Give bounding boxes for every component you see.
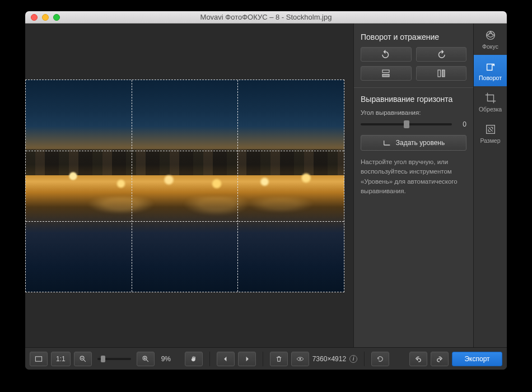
chevron-right-icon — [243, 355, 251, 363]
zoom-out-button[interactable] — [74, 352, 92, 366]
actual-size-button[interactable]: 1:1 — [51, 352, 71, 366]
set-level-button[interactable]: Задать уровень — [361, 135, 466, 151]
angle-slider[interactable] — [361, 123, 452, 125]
tool-rotate-label: Поворот — [479, 74, 502, 81]
export-label: Экспорт — [464, 355, 489, 363]
tool-rail: Фокус Поворот Обрезка Размер — [473, 24, 507, 347]
compare-button[interactable] — [291, 352, 309, 366]
export-button[interactable]: Экспорт — [452, 352, 502, 366]
zoom-in-icon — [142, 355, 150, 363]
redo-icon — [436, 355, 444, 363]
rotate-section-title: Поворот и отражение — [361, 32, 466, 41]
image-dimensions: 7360×4912 — [312, 355, 346, 363]
prev-image-button[interactable] — [217, 352, 235, 366]
zoom-out-icon — [79, 355, 87, 363]
tool-resize-label: Размер — [480, 137, 500, 144]
chevron-left-icon — [222, 355, 230, 363]
zoom-percentage: 9% — [161, 355, 178, 363]
tool-resize[interactable]: Размер — [474, 118, 507, 149]
rotate-right-button[interactable] — [416, 47, 467, 62]
svg-rect-7 — [35, 356, 41, 361]
redo-button[interactable] — [431, 352, 449, 366]
trash-icon — [275, 355, 283, 363]
window-title: Movavi ФотоФОКУС – 8 - Stockholm.jpg — [25, 13, 507, 21]
zoom-slider[interactable] — [97, 358, 131, 360]
reset-icon — [376, 355, 384, 363]
hand-icon — [190, 355, 198, 363]
zoom-slider-thumb[interactable] — [101, 356, 105, 362]
rotate-icon — [484, 60, 497, 73]
tool-focus-label: Фокус — [482, 43, 498, 50]
tool-rotate[interactable]: Поворот — [474, 55, 507, 86]
delete-button[interactable] — [270, 352, 288, 366]
crop-icon — [484, 92, 497, 104]
zoom-in-button[interactable] — [137, 352, 155, 366]
horizon-hint: Настройте угол вручную, или воспользуйте… — [361, 157, 466, 196]
svg-rect-3 — [442, 70, 445, 77]
horizon-section-title: Выравнивание горизонта — [361, 95, 466, 104]
titlebar: Movavi ФотоФОКУС – 8 - Stockholm.jpg — [25, 11, 507, 24]
photo-preview — [25, 80, 344, 292]
side-panel: Поворот и отражение Выравнивание горизон… — [353, 24, 473, 347]
angle-label: Угол выравнивания: — [361, 109, 466, 116]
rotate-right-icon — [436, 49, 446, 59]
actual-size-label: 1:1 — [56, 355, 66, 363]
pan-hand-button[interactable] — [185, 352, 203, 366]
undo-icon — [414, 355, 422, 363]
fit-screen-button[interactable] — [30, 352, 48, 366]
reset-button[interactable] — [371, 352, 389, 366]
eye-icon — [296, 355, 304, 363]
tool-focus[interactable]: Фокус — [474, 24, 507, 55]
tool-crop-label: Обрезка — [479, 106, 502, 113]
rotate-left-button[interactable] — [361, 47, 412, 62]
next-image-button[interactable] — [238, 352, 256, 366]
level-icon — [382, 138, 391, 147]
info-button[interactable]: i — [349, 355, 357, 363]
tool-crop[interactable]: Обрезка — [474, 86, 507, 118]
canvas-area[interactable] — [25, 24, 353, 347]
undo-button[interactable] — [409, 352, 427, 366]
svg-rect-2 — [438, 70, 441, 77]
fit-screen-icon — [35, 355, 43, 363]
aperture-icon — [484, 29, 497, 41]
angle-slider-thumb[interactable] — [404, 120, 409, 128]
bottom-toolbar: 1:1 9% 7360×4912 i — [25, 347, 507, 370]
flip-horizontal-icon — [436, 68, 446, 78]
svg-point-10 — [299, 358, 301, 360]
svg-rect-5 — [487, 64, 492, 70]
rotate-left-icon — [381, 49, 391, 59]
resize-icon — [484, 123, 497, 136]
flip-vertical-icon — [381, 68, 391, 78]
set-level-label: Задать уровень — [396, 139, 445, 147]
app-window: Movavi ФотоФОКУС – 8 - Stockholm.jpg Пов… — [25, 11, 507, 370]
svg-rect-1 — [382, 74, 389, 77]
svg-point-4 — [486, 31, 494, 39]
flip-horizontal-button[interactable] — [416, 66, 467, 81]
flip-vertical-button[interactable] — [361, 66, 412, 81]
angle-value: 0 — [456, 120, 466, 128]
svg-rect-0 — [382, 70, 389, 73]
